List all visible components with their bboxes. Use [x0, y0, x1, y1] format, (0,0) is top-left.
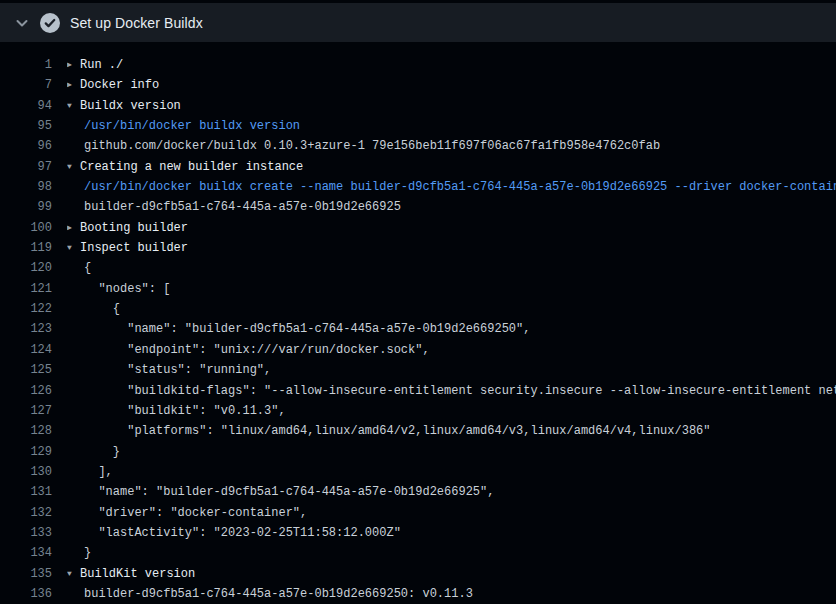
line-number[interactable]: 123: [0, 319, 52, 339]
log-row-content: "platforms": "linux/amd64,linux/amd64/v2…: [84, 421, 711, 441]
triangle-down-icon: ▼: [67, 157, 80, 177]
log-row-content: ▶ Docker info: [67, 75, 159, 95]
log-row-content: ▼ Buildx version: [67, 96, 181, 116]
log-output-text: github.com/docker/buildx 0.10.3+azure-1 …: [84, 136, 660, 156]
line-number[interactable]: 128: [0, 421, 52, 441]
line-number[interactable]: 132: [0, 503, 52, 523]
log-row: 123 "name": "builder-d9cfb5a1-c764-445a-…: [0, 319, 836, 339]
log-output-text: "platforms": "linux/amd64,linux/amd64/v2…: [84, 421, 711, 441]
log-output-text: builder-d9cfb5a1-c764-445a-a57e-0b19d2e6…: [84, 197, 401, 217]
line-number[interactable]: 131: [0, 482, 52, 502]
line-number[interactable]: 7: [0, 75, 52, 95]
log-row: 127 "buildkit": "v0.11.3",: [0, 401, 836, 421]
log-group-label: Booting builder: [80, 218, 188, 238]
log-output-text: "endpoint": "unix:///var/run/docker.sock…: [84, 340, 430, 360]
log-group-label: Inspect builder: [80, 238, 188, 258]
log-row-content: ▶ Run ./: [67, 55, 123, 75]
line-number[interactable]: 94: [0, 96, 52, 116]
log-row-content: ▼ Inspect builder: [67, 238, 188, 258]
line-number[interactable]: 134: [0, 543, 52, 563]
log-row-content: "buildkitd-flags": "--allow-insecure-ent…: [84, 381, 836, 401]
log-container: 1 ▶ Run ./ 7 ▶ Docker info 94 ▼ Buildx v…: [0, 42, 836, 604]
log-group-row[interactable]: 94 ▼ Buildx version: [0, 96, 836, 116]
log-row-content: "name": "builder-d9cfb5a1-c764-445a-a57e…: [84, 319, 530, 339]
log-group-label: Creating a new builder instance: [80, 157, 303, 177]
log-row-content: builder-d9cfb5a1-c764-445a-a57e-0b19d2e6…: [84, 584, 473, 604]
log-row: 136 builder-d9cfb5a1-c764-445a-a57e-0b19…: [0, 584, 836, 604]
triangle-right-icon: ▶: [67, 55, 80, 75]
log-row-content: "nodes": [: [84, 279, 170, 299]
triangle-down-icon: ▼: [67, 96, 80, 116]
log-row: 121 "nodes": [: [0, 279, 836, 299]
log-row-content: }: [84, 442, 120, 462]
log-group-row[interactable]: 100 ▶ Booting builder: [0, 218, 836, 238]
log-group-row[interactable]: 97 ▼ Creating a new builder instance: [0, 157, 836, 177]
log-row-content: "name": "builder-d9cfb5a1-c764-445a-a57e…: [84, 482, 494, 502]
log-row-content: {: [84, 299, 120, 319]
log-row-content: /usr/bin/docker buildx create --name bui…: [84, 177, 836, 197]
line-number[interactable]: 95: [0, 116, 52, 136]
log-output-text: "lastActivity": "2023-02-25T11:58:12.000…: [84, 523, 401, 543]
log-row: 96 github.com/docker/buildx 0.10.3+azure…: [0, 136, 836, 156]
line-number[interactable]: 97: [0, 157, 52, 177]
line-number[interactable]: 99: [0, 197, 52, 217]
log-row-content: "driver": "docker-container",: [84, 503, 307, 523]
line-number[interactable]: 133: [0, 523, 52, 543]
line-number[interactable]: 100: [0, 218, 52, 238]
log-row: 124 "endpoint": "unix:///var/run/docker.…: [0, 340, 836, 360]
log-group-label: Run ./: [80, 55, 123, 75]
log-row-content: ▶ Booting builder: [67, 218, 188, 238]
line-number[interactable]: 98: [0, 177, 52, 197]
triangle-right-icon: ▶: [67, 218, 80, 238]
line-number[interactable]: 120: [0, 258, 52, 278]
line-number[interactable]: 127: [0, 401, 52, 421]
log-row: 133 "lastActivity": "2023-02-25T11:58:12…: [0, 523, 836, 543]
log-row: 122 {: [0, 299, 836, 319]
log-row: 130 ],: [0, 462, 836, 482]
log-output-text: "name": "builder-d9cfb5a1-c764-445a-a57e…: [84, 319, 530, 339]
log-row: 131 "name": "builder-d9cfb5a1-c764-445a-…: [0, 482, 836, 502]
log-output-text: ],: [84, 462, 113, 482]
line-number[interactable]: 124: [0, 340, 52, 360]
log-row-content: "buildkit": "v0.11.3",: [84, 401, 286, 421]
line-number[interactable]: 135: [0, 564, 52, 584]
log-group-row[interactable]: 7 ▶ Docker info: [0, 75, 836, 95]
line-number[interactable]: 129: [0, 442, 52, 462]
log-group-row[interactable]: 135 ▼ BuildKit version: [0, 564, 836, 584]
step-success-check-icon: [40, 13, 60, 33]
log-output-text: "nodes": [: [84, 279, 170, 299]
line-number[interactable]: 122: [0, 299, 52, 319]
log-row: 120 {: [0, 258, 836, 278]
log-group-row[interactable]: 1 ▶ Run ./: [0, 55, 836, 75]
log-output-text: "buildkit": "v0.11.3",: [84, 401, 286, 421]
log-row: 128 "platforms": "linux/amd64,linux/amd6…: [0, 421, 836, 441]
line-number[interactable]: 125: [0, 360, 52, 380]
line-number[interactable]: 119: [0, 238, 52, 258]
log-row-content: ▼ BuildKit version: [67, 564, 195, 584]
log-row: 132 "driver": "docker-container",: [0, 503, 836, 523]
log-row-content: "status": "running",: [84, 360, 271, 380]
log-output-text: "name": "builder-d9cfb5a1-c764-445a-a57e…: [84, 482, 494, 502]
log-group-label: Docker info: [80, 75, 159, 95]
log-row-content: ],: [84, 462, 113, 482]
actions-log-viewer: Set up Docker Buildx 1 ▶ Run ./ 7 ▶ Dock…: [0, 3, 836, 604]
log-row-content: ▼ Creating a new builder instance: [67, 157, 303, 177]
line-number[interactable]: 126: [0, 381, 52, 401]
line-number[interactable]: 121: [0, 279, 52, 299]
log-group-label: BuildKit version: [80, 564, 195, 584]
collapse-step-button[interactable]: [12, 13, 32, 33]
log-command-text: /usr/bin/docker buildx create --name bui…: [84, 177, 836, 197]
log-output-text: }: [84, 442, 120, 462]
log-group-label: Buildx version: [80, 96, 181, 116]
log-group-row[interactable]: 119 ▼ Inspect builder: [0, 238, 836, 258]
line-number[interactable]: 136: [0, 584, 52, 604]
line-number[interactable]: 130: [0, 462, 52, 482]
log-row-content: /usr/bin/docker buildx version: [84, 116, 300, 136]
log-output-text: {: [84, 299, 120, 319]
line-number[interactable]: 1: [0, 55, 52, 75]
line-number[interactable]: 96: [0, 136, 52, 156]
log-output-text: {: [84, 258, 91, 278]
triangle-down-icon: ▼: [67, 564, 80, 584]
step-header[interactable]: Set up Docker Buildx: [0, 3, 836, 42]
log-row: 134 }: [0, 543, 836, 563]
